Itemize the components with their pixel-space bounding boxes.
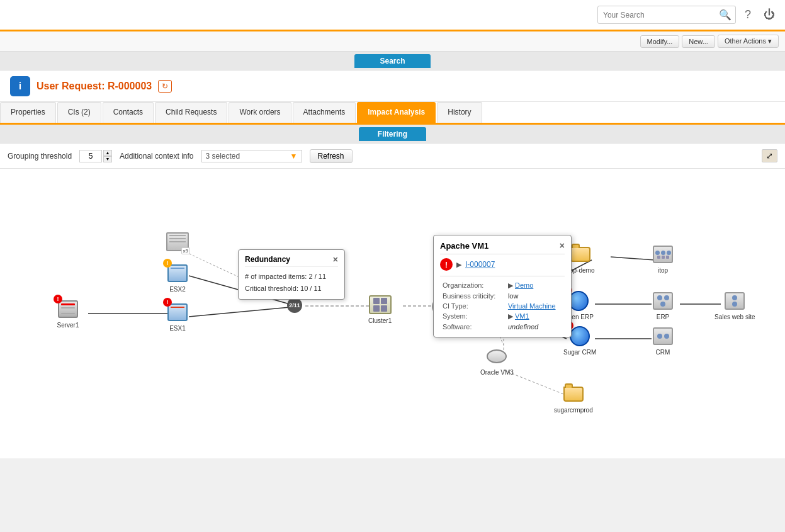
threshold-down[interactable]: ▼ — [103, 156, 112, 162]
tab-impact-analysis[interactable]: Impact Analysis — [357, 102, 436, 123]
svg-line-15 — [611, 257, 655, 260]
node-esx1[interactable]: ! ESX1 — [166, 301, 189, 332]
node-oracle-vm3[interactable]: Oracle VM3 — [480, 345, 514, 376]
tab-cis[interactable]: CIs (2) — [57, 102, 101, 123]
tab-child-requests[interactable]: Child Requests — [155, 102, 227, 123]
threshold-value[interactable] — [79, 150, 102, 162]
apache-software-value: undefined — [505, 322, 565, 332]
crm-icon — [652, 325, 674, 348]
svg-line-2 — [189, 307, 290, 317]
tab-properties[interactable]: Properties — [0, 102, 56, 123]
apache-system-link[interactable]: VM1 — [515, 312, 529, 320]
apache-criticality-value: low — [505, 291, 565, 301]
context-label: Additional context info — [120, 152, 193, 161]
erp-icon — [652, 290, 674, 312]
apache-org-row: Organization: ▶ Demo — [440, 280, 565, 291]
incident-arrow: ▶ — [456, 261, 461, 269]
threshold-input[interactable]: ▲ ▼ — [79, 150, 112, 162]
apache-software-value-text: undefined — [508, 323, 538, 331]
apache-org-value[interactable]: ▶ Demo — [505, 280, 565, 291]
power-icon[interactable]: ⏻ — [760, 7, 779, 23]
graph-area: ! Server1 ! ESX2 ! ESX1 — [0, 169, 785, 458]
apache-popup-close-button[interactable]: × — [560, 241, 565, 251]
modify-button[interactable]: Modify... — [640, 35, 680, 48]
apache-software-label: Software: — [440, 322, 505, 332]
tab-history[interactable]: History — [437, 102, 482, 123]
context-arrow-icon: ▼ — [290, 152, 298, 161]
search-tab[interactable]: Search — [354, 54, 430, 68]
threshold-arrows[interactable]: ▲ ▼ — [103, 150, 112, 162]
top-bar: 🔍 ? ⏻ — [0, 0, 785, 31]
redundancy-title: Redundancy — [245, 255, 290, 264]
record-refresh-button[interactable]: ↻ — [158, 80, 172, 93]
esx1-icon: ! — [166, 301, 189, 324]
server1-label: Server1 — [57, 322, 79, 329]
apache-org-link[interactable]: Demo — [515, 281, 533, 289]
maximize-button[interactable]: ⤢ — [762, 149, 777, 162]
grouping-label: Grouping threshold — [8, 152, 72, 161]
other-actions-button[interactable]: Other Actions — [718, 35, 779, 48]
filtering-tab[interactable]: Filtering — [359, 127, 426, 141]
crm-label: CRM — [656, 349, 670, 356]
node-server1[interactable]: ! Server1 — [57, 298, 79, 329]
node-sales-web-site[interactable]: Sales web site — [714, 290, 755, 320]
incident-error-icon: ! — [440, 258, 453, 271]
context-select[interactable]: 3 selected ▼ — [201, 150, 302, 162]
apache-details-table: Organization: ▶ Demo Business criticity:… — [440, 280, 565, 332]
node-itop[interactable]: itop — [652, 243, 674, 274]
node-cluster1[interactable]: Cluster1 — [368, 293, 392, 324]
apache-org-label: Organization: — [440, 280, 505, 291]
redundancy-line1: # of impacted items: 2 / 11 — [245, 271, 338, 283]
controls-bar: Grouping threshold ▲ ▼ Additional contex… — [0, 144, 785, 169]
apache-software-row: Software: undefined — [440, 322, 565, 332]
apache-ci-type-value: Virtual Machine — [505, 301, 565, 311]
server1-icon: ! — [57, 298, 79, 320]
sugar-crm-icon: ! — [568, 325, 591, 348]
refresh-button[interactable]: Refresh — [310, 149, 353, 163]
apache-criticality-row: Business criticity: low — [440, 291, 565, 301]
redundancy-body: # of impacted items: 2 / 11 Critical thr… — [245, 271, 338, 294]
oracle-vm3-icon — [485, 345, 508, 368]
apache-ci-type-row: CI Type: Virtual Machine — [440, 301, 565, 311]
node-erp[interactable]: ERP — [652, 290, 674, 320]
redundancy-line2: Critical threshold: 10 / 11 — [245, 283, 338, 295]
itop-label: itop — [658, 267, 668, 274]
cluster1-icon — [369, 293, 392, 316]
node-sugarcrmprod[interactable]: sugarcrmprod — [554, 383, 593, 414]
esx2-label: ESX2 — [169, 286, 186, 293]
sales-web-site-icon — [723, 290, 746, 312]
node-esx2[interactable]: ! ESX2 — [166, 262, 189, 293]
help-icon[interactable]: ? — [741, 7, 755, 23]
record-header: i User Request: R-000003 ↻ — [0, 71, 785, 102]
esx1-label: ESX1 — [169, 325, 186, 332]
search-button[interactable]: 🔍 — [715, 6, 735, 23]
sugarcrmprod-label: sugarcrmprod — [554, 407, 593, 414]
redundancy-close-button[interactable]: × — [333, 255, 338, 264]
tab-contacts[interactable]: Contacts — [103, 102, 154, 123]
erp-label: ERP — [657, 314, 670, 320]
threshold-up[interactable]: ▲ — [103, 150, 112, 156]
apache-ci-type-link[interactable]: Virtual Machine — [508, 302, 556, 310]
tab-attachments[interactable]: Attachments — [293, 102, 356, 123]
record-title: User Request: R-000003 — [37, 81, 152, 92]
node-group-x9[interactable]: x9 — [166, 230, 189, 253]
node-crm[interactable]: CRM — [652, 325, 674, 356]
new-button[interactable]: New... — [682, 35, 715, 48]
apache-system-value[interactable]: ▶ VM1 — [505, 311, 565, 322]
apache-system-row: System: ▶ VM1 — [440, 311, 565, 322]
sugar-crm-label: Sugar CRM — [563, 349, 596, 356]
apache-incident-row[interactable]: ! ▶ I-000007 — [440, 258, 565, 271]
apache-ci-type-label: CI Type: — [440, 301, 505, 311]
incident-link[interactable]: I-000007 — [465, 260, 495, 269]
server1-error-badge: ! — [54, 295, 62, 303]
search-input[interactable] — [598, 8, 715, 22]
search-box[interactable]: 🔍 — [597, 6, 736, 24]
filter-bar: Filtering — [0, 125, 785, 144]
search-tab-bar: Search — [0, 52, 785, 71]
node-junction1[interactable]: 2/11 — [287, 298, 302, 313]
record-id: R-000003 — [108, 81, 152, 91]
esx2-icon: ! — [166, 262, 189, 285]
tab-work-orders[interactable]: Work orders — [229, 102, 291, 123]
popup-redundancy[interactable]: Redundancy × # of impacted items: 2 / 11… — [238, 249, 345, 300]
popup-apache-vm1[interactable]: Apache VM1 × ! ▶ I-000007 Organization: … — [433, 235, 572, 337]
